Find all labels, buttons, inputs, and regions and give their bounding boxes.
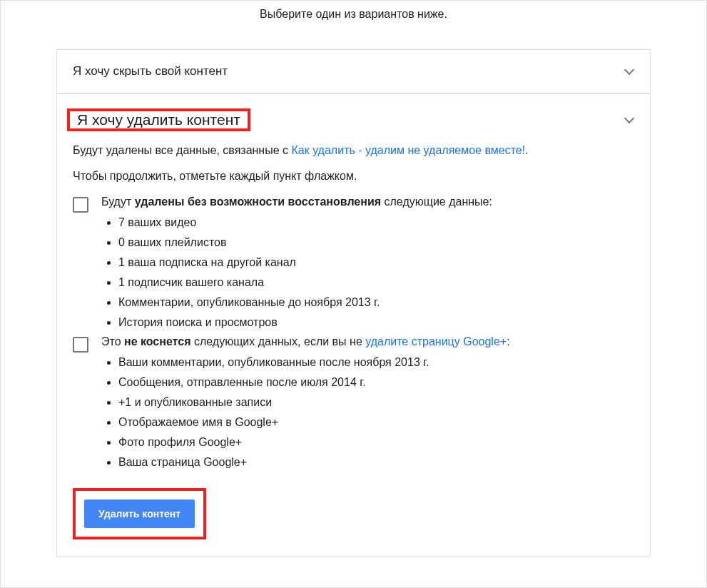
confirm-label-1: Будут удалены без возможности восстановл… [101,196,634,208]
confirm-checkbox-1[interactable] [73,197,88,213]
page-instruction: Выберите один из вариантов ниже. [1,1,706,49]
section-hide-title: Я хочу скрыть свой контент [73,64,228,78]
delete-content-button[interactable]: Удалить контент [84,500,195,528]
list-item: +1 и опубликованные записи [118,392,634,412]
google-plus-link[interactable]: удалите страницу Google+ [365,335,507,348]
section-delete-header[interactable]: Я хочу удалить контент [57,94,650,137]
list-item: 1 подписчик вашего канала [118,273,634,293]
confirm-row-1: Будут удалены без возможности восстановл… [73,196,634,213]
list-item: 7 ваших видео [118,213,634,233]
list-item: Сообщения, отправленные после июля 2014 … [118,372,634,392]
channel-link[interactable]: Как удалить - удалим не удаляемое вместе… [291,144,525,156]
confirm-checkbox-2[interactable] [73,337,88,353]
confirm-label-2: Это не коснется следующих данных, если в… [101,335,634,348]
delete-continue-text: Чтобы продолжить, отметьте каждый пункт … [73,170,634,183]
chevron-down-icon [624,115,634,125]
section-delete-body: Будут удалены все данные, связанные с Ка… [57,137,650,557]
list-item: 1 ваша подписка на другой канал [118,253,634,273]
list-item: Ваши комментарии, опубликованные после н… [118,353,634,372]
list-item: Отображаемое имя в Google+ [118,412,634,432]
section-delete-title: Я хочу удалить контент [70,107,248,132]
delete-intro: Будут удалены все данные, связанные с Ка… [73,144,634,157]
list-item: История поиска и просмотров [118,313,634,333]
chevron-down-icon [624,66,634,76]
delete-list-1: 7 ваших видео 0 ваших плейлистов 1 ваша … [118,213,634,333]
list-item: Ваша страница Google+ [118,452,634,472]
list-item: Фото профиля Google+ [118,432,634,452]
section-hide-header[interactable]: Я хочу скрыть свой контент [57,50,650,93]
delete-list-2: Ваши комментарии, опубликованные после н… [118,353,634,472]
list-item: Комментарии, опубликованные до ноября 20… [118,293,634,313]
list-item: 0 ваших плейлистов [118,233,634,253]
confirm-row-2: Это не коснется следующих данных, если в… [73,335,634,353]
